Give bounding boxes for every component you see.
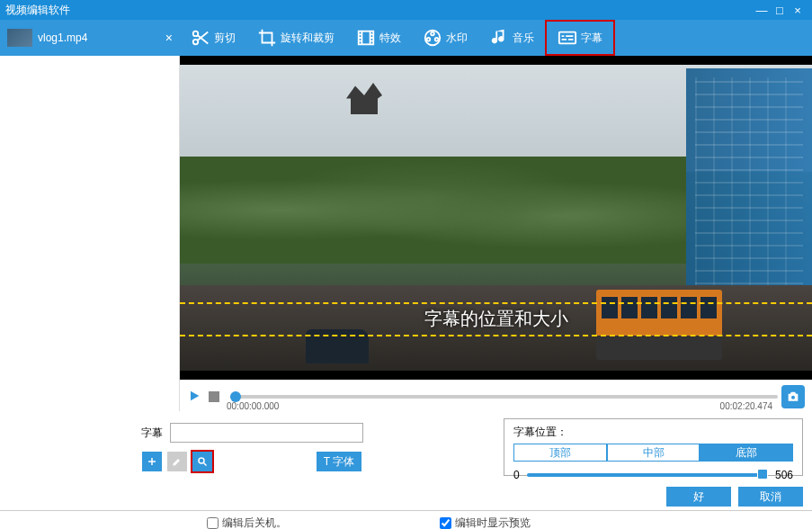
svg-point-0: [193, 31, 199, 37]
time-total: 00:02:20.474: [720, 401, 772, 411]
maximize-button[interactable]: □: [771, 4, 789, 17]
scissors-icon: [191, 28, 210, 48]
subtitle-overlay-text: 字幕的位置和大小: [180, 307, 812, 331]
position-bottom-button[interactable]: 底部: [700, 444, 793, 462]
file-thumbnail: [7, 29, 32, 47]
preview-while-edit-input[interactable]: [440, 517, 451, 529]
progress-slider[interactable]: [230, 395, 778, 399]
svg-point-6: [435, 38, 439, 41]
file-name: vlog1.mp4: [38, 31, 87, 44]
position-label: 字幕位置：: [513, 425, 793, 440]
edit-subtitle-button[interactable]: [167, 452, 187, 471]
reel-icon: [423, 28, 442, 48]
tool-cut[interactable]: 剪切: [180, 20, 246, 56]
dialog-buttons: 好 取消: [0, 483, 812, 510]
window-title: 视频编辑软件: [5, 3, 70, 18]
shutdown-after-input[interactable]: [207, 517, 219, 529]
preview-while-edit-checkbox[interactable]: 编辑时显示预览: [440, 516, 531, 529]
minimize-button[interactable]: —: [753, 4, 771, 17]
subtitle-panel: 字幕 T 字体 字幕位置： 顶部 中部 底部 0: [0, 411, 812, 483]
tool-watermark-label: 水印: [446, 31, 468, 46]
video-image: 字幕的位置和大小: [180, 65, 812, 371]
filmstrip-icon: [356, 28, 376, 48]
position-middle-button[interactable]: 中部: [607, 444, 700, 462]
close-window-button[interactable]: ×: [789, 4, 807, 17]
timeline-stub: [9, 511, 189, 530]
preview-while-edit-label: 编辑时显示预览: [455, 516, 531, 529]
plus-icon: [147, 456, 157, 467]
search-icon: [197, 456, 208, 467]
font-button-label: T 字体: [324, 454, 354, 470]
top-bar: vlog1.mp4 × 剪切 旋转和裁剪 特效 水印 音乐 字幕: [0, 20, 812, 56]
svg-rect-7: [559, 32, 576, 44]
slider-min-label: 0: [513, 469, 520, 481]
video-area: 字幕的位置和大小 00:00:00.000 00:02:20.474: [180, 56, 812, 411]
subtitle-icon: [558, 28, 577, 48]
sidebar: [0, 56, 180, 411]
tool-music[interactable]: 音乐: [478, 20, 545, 56]
tool-subtitle[interactable]: 字幕: [545, 20, 615, 56]
tool-subtitle-label: 字幕: [581, 31, 602, 46]
svg-point-8: [791, 396, 795, 399]
position-top-button[interactable]: 顶部: [513, 444, 607, 462]
main-area: 字幕的位置和大小 00:00:00.000 00:02:20.474: [0, 56, 812, 411]
tool-music-label: 音乐: [513, 31, 534, 46]
music-note-icon: [489, 28, 509, 48]
shutdown-after-label: 编辑后关机。: [222, 516, 287, 529]
subtitle-input-label: 字幕: [141, 426, 163, 441]
tool-watermark[interactable]: 水印: [412, 20, 478, 56]
svg-point-5: [427, 38, 431, 41]
add-subtitle-button[interactable]: [142, 452, 162, 471]
subtitle-position-panel: 字幕位置： 顶部 中部 底部 0 506: [504, 418, 803, 476]
titlebar: 视频编辑软件 — □ ×: [0, 0, 812, 20]
tool-effect-label: 特效: [379, 31, 401, 46]
font-button[interactable]: T 字体: [317, 452, 361, 471]
tool-rotate-crop[interactable]: 旋转和裁剪: [246, 20, 345, 56]
time-current: 00:00:00.000: [227, 401, 279, 411]
search-subtitle-button[interactable]: [192, 452, 212, 471]
video-preview[interactable]: 字幕的位置和大小: [180, 56, 812, 380]
position-slider[interactable]: [527, 473, 768, 477]
svg-point-4: [431, 32, 434, 36]
tool-rotate-crop-label: 旋转和裁剪: [281, 31, 335, 46]
subtitle-input[interactable]: [170, 423, 363, 443]
svg-point-9: [199, 458, 204, 463]
crop-icon: [257, 28, 277, 48]
tool-effect[interactable]: 特效: [345, 20, 412, 56]
file-tab[interactable]: vlog1.mp4 ×: [0, 20, 180, 56]
file-tab-close-icon[interactable]: ×: [165, 31, 173, 45]
bottom-bar: 编辑后关机。 编辑时显示预览: [0, 510, 812, 529]
shutdown-after-checkbox[interactable]: 编辑后关机。: [207, 516, 287, 529]
cancel-button[interactable]: 取消: [738, 487, 803, 507]
tool-cut-label: 剪切: [214, 31, 236, 46]
slider-value-label: 506: [775, 469, 793, 481]
svg-point-1: [193, 40, 199, 45]
pencil-icon: [172, 456, 183, 467]
toolbar: 剪切 旋转和裁剪 特效 水印 音乐 字幕: [180, 20, 812, 56]
ok-button[interactable]: 好: [666, 487, 731, 507]
